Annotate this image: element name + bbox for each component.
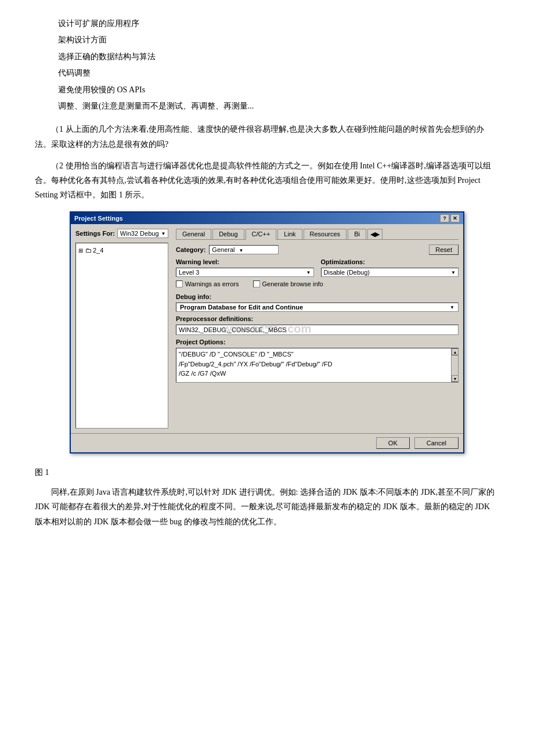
preprocessor-header: Preprocessor definitions:	[176, 315, 459, 322]
dropdown-arrow-icon: ▼	[161, 231, 166, 236]
cancel-button[interactable]: Cancel	[414, 437, 459, 449]
warnings-errors-checkbox[interactable]	[176, 280, 183, 287]
right-panel: General Debug C/C++ Link Resources Bi ◀▶…	[176, 229, 459, 429]
left-section: Settings For: Win32 Debug ▼ ⊞ 🗀 2_4	[75, 229, 171, 429]
warning-level-dropdown[interactable]: Level 3 ▼	[176, 268, 314, 277]
project-tree: ⊞ 🗀 2_4	[75, 243, 168, 429]
dialog-titlebar: Project Settings ? ✕	[71, 213, 463, 224]
tab-debug[interactable]: Debug	[212, 229, 244, 239]
tree-folder-icon: 🗀	[85, 247, 92, 254]
settings-for-label: Settings For:	[75, 230, 115, 237]
scroll-up-button[interactable]: ▲	[452, 348, 459, 355]
scroll-down-button[interactable]: ▼	[452, 375, 459, 382]
debug-info-dropdown[interactable]: Program Database for Edit and Continue ▼	[176, 303, 459, 312]
dialog-wrapper: Project Settings ? ✕ www.b****x.com Sett…	[35, 211, 499, 453]
dialog-body: Settings For: Win32 Debug ▼ ⊞ 🗀 2_4	[71, 224, 463, 433]
close-button[interactable]: ✕	[450, 214, 460, 222]
tab-more[interactable]: ◀▶	[367, 229, 383, 239]
tree-item[interactable]: ⊞ 🗀 2_4	[78, 246, 165, 255]
preprocessor-field[interactable]: WIN32,_DEBUG,_CONSOLE,_MBCS	[176, 325, 459, 335]
settings-for-dropdown[interactable]: Win32 Debug ▼	[117, 229, 169, 238]
project-settings-dialog: Project Settings ? ✕ www.b****x.com Sett…	[70, 211, 464, 453]
optimizations-header: Optimizations:	[321, 258, 459, 265]
warning-col: Warning level: Level 3 ▼	[176, 258, 314, 277]
project-options-line1: "/DEBUG" /D "_CONSOLE" /D "_MBCS"	[179, 350, 448, 359]
project-options-header: Project Options:	[176, 339, 459, 345]
list-item: 调整、测量(注意是测量而不是测试、再调整、再测量...	[58, 100, 499, 113]
debug-info-arrow-icon: ▼	[450, 305, 454, 310]
main-content: 设计可扩展的应用程序 架构设计方面 选择正确的数据结构与算法 代码调整 避免使用…	[35, 17, 499, 529]
help-button[interactable]: ?	[440, 214, 449, 222]
project-options-text[interactable]: "/DEBUG" /D "_CONSOLE" /D "_MBCS" /Fp"De…	[179, 350, 456, 379]
warning-level-header: Warning level:	[176, 258, 314, 265]
category-arrow-icon: ▼	[239, 248, 244, 253]
bullet-list: 设计可扩展的应用程序 架构设计方面 选择正确的数据结构与算法 代码调整 避免使用…	[35, 17, 499, 113]
dialog-inner: www.b****x.com Settings For: Win32 Debug…	[71, 224, 463, 433]
project-options-box: "/DEBUG" /D "_CONSOLE" /D "_MBCS" /Fp"De…	[176, 348, 459, 383]
category-value: General	[212, 246, 234, 253]
optimizations-value: Disable (Debug)	[324, 269, 370, 276]
category-label: Category:	[176, 246, 205, 253]
project-options-line2: /Fp"Debug/2_4.pch" /YX /Fo"Debug/" /Fd"D…	[179, 359, 448, 369]
tree-item-label: 2_4	[93, 247, 103, 254]
warning-opt-row: Warning level: Level 3 ▼ Optimizations: …	[176, 258, 459, 277]
optimizations-col: Optimizations: Disable (Debug) ▼	[321, 258, 459, 277]
tab-link[interactable]: Link	[277, 229, 302, 239]
list-item: 避免使用较慢的 OS APIs	[58, 84, 499, 96]
browse-info-label: Generate browse info	[262, 280, 323, 287]
list-item: 选择正确的数据结构与算法	[58, 51, 499, 63]
settings-for-value: Win32 Debug	[120, 230, 159, 237]
figure-label: 图 1	[35, 467, 499, 478]
warnings-errors-row: Warnings as errors	[176, 280, 239, 287]
category-row: Category: General ▼ Reset	[176, 244, 459, 255]
paragraph-3: 同样,在原则 Java 语言构建软件系统时,可以针对 JDK 进行调优。例如: …	[35, 485, 499, 529]
dialog-title: Project Settings	[74, 215, 123, 222]
paragraph-2: （2 使用恰当的编程语言与进行编译器优化也是提高软件性能的方式之一。例如在使用 …	[35, 159, 499, 203]
optimizations-arrow-icon: ▼	[451, 270, 456, 275]
warnings-errors-label: Warnings as errors	[185, 280, 239, 287]
tab-cpp[interactable]: C/C++	[246, 229, 277, 240]
checkboxes-row: Warnings as errors Generate browse info	[176, 280, 459, 290]
browse-info-row: Generate browse info	[253, 280, 323, 287]
settings-for-row: Settings For: Win32 Debug ▼	[75, 229, 171, 238]
list-item: 代码调整	[58, 67, 499, 80]
tabs-row: General Debug C/C++ Link Resources Bi ◀▶	[176, 229, 459, 240]
tree-expand-icon: ⊞	[78, 247, 83, 254]
list-item: 设计可扩展的应用程序	[58, 17, 499, 30]
paragraph-1: （1 从上面的几个方法来看,使用高性能、速度快的硬件很容易理解,也是决大多数人在…	[35, 122, 499, 151]
warning-level-value: Level 3	[179, 269, 199, 276]
category-dropdown[interactable]: General ▼	[209, 245, 279, 254]
browse-info-checkbox[interactable]	[253, 280, 260, 287]
titlebar-controls: ? ✕	[440, 214, 460, 222]
vertical-scrollbar[interactable]: ▲ ▼	[451, 348, 458, 382]
ok-button[interactable]: OK	[376, 437, 410, 449]
tab-bi[interactable]: Bi	[348, 229, 366, 239]
scroll-track	[452, 355, 458, 375]
project-options-line3: /GZ /c /G7 /QxW	[179, 369, 448, 379]
reset-button[interactable]: Reset	[429, 244, 459, 255]
list-item: 架构设计方面	[58, 34, 499, 46]
tab-resources[interactable]: Resources	[304, 229, 347, 239]
debug-info-value: Program Database for Edit and Continue	[180, 304, 303, 311]
tab-general[interactable]: General	[176, 229, 211, 239]
warning-dropdown-arrow-icon: ▼	[306, 270, 311, 275]
dialog-footer: OK Cancel	[71, 433, 463, 452]
optimizations-dropdown[interactable]: Disable (Debug) ▼	[321, 268, 459, 277]
debug-info-header: Debug info:	[176, 293, 459, 300]
